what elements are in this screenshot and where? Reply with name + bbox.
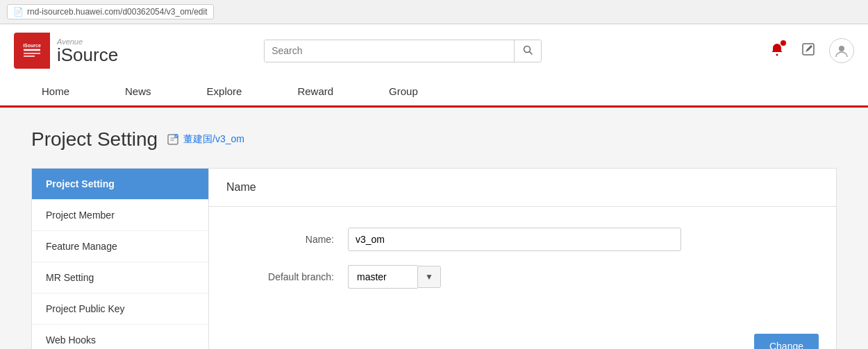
change-button[interactable]: Change [754, 334, 819, 349]
brand-name: iSource [57, 46, 118, 64]
name-form-row: Name: [237, 228, 808, 251]
logo-icon: iSource [19, 37, 44, 64]
header: iSource Avenue iSource [0, 24, 868, 108]
nav-bar: Home News Explore Reward Group [14, 77, 854, 105]
url-base: rnd-isourceb.huawei.com [27, 7, 120, 17]
branch-form-row: Default branch: ▼ [237, 265, 808, 289]
logo-text-area: Avenue iSource [50, 34, 125, 67]
svg-point-7 [776, 53, 778, 56]
url-path: /d00362054/v3_om/edit [120, 7, 207, 17]
nav-item-group[interactable]: Group [361, 77, 446, 105]
page-title-area: Project Setting 董建国/v3_om [31, 128, 837, 151]
sidebar-item-project-public-key[interactable]: Project Public Key [32, 293, 208, 325]
sidebar-item-mr-setting[interactable]: MR Setting [32, 262, 208, 293]
sidebar-item-feature-manage[interactable]: Feature Manage [32, 231, 208, 262]
notification-button[interactable] [767, 39, 787, 63]
sidebar-item-project-setting[interactable]: Project Setting [32, 169, 208, 200]
sidebar-item-web-hooks[interactable]: Web Hooks [32, 325, 208, 349]
branch-dropdown-button[interactable]: ▼ [417, 266, 441, 288]
nav-item-reward[interactable]: Reward [269, 77, 361, 105]
branch-label: Default branch: [237, 271, 334, 282]
edit-button[interactable] [798, 39, 819, 63]
content-layout: Project Setting Project Member Feature M… [31, 168, 837, 349]
sidebar: Project Setting Project Member Feature M… [32, 169, 209, 349]
name-input[interactable] [348, 228, 681, 251]
svg-text:iSource: iSource [23, 43, 41, 48]
nav-item-explore[interactable]: Explore [179, 77, 270, 105]
header-icons [767, 38, 854, 63]
url-bar: 📄 rnd-isourceb.huawei.com/d00362054/v3_o… [7, 4, 214, 19]
page-title: Project Setting [31, 128, 158, 151]
search-input[interactable] [265, 40, 514, 62]
content-area: Name Name: Default branch: ▼ [209, 169, 836, 349]
nav-item-news[interactable]: News [97, 77, 179, 105]
logo-box: iSource [14, 33, 50, 69]
header-top: iSource Avenue iSource [14, 24, 854, 77]
search-button[interactable] [514, 40, 541, 62]
sidebar-item-project-member[interactable]: Project Member [32, 200, 208, 231]
form-area: Name: Default branch: ▼ [209, 207, 836, 323]
main-content: Project Setting 董建国/v3_om Project Settin… [17, 108, 851, 349]
notification-badge [781, 40, 786, 46]
user-avatar-button[interactable] [829, 38, 854, 63]
project-link-area: 董建国/v3_om [166, 133, 244, 146]
section-header: Name [209, 169, 836, 207]
nav-item-home[interactable]: Home [14, 77, 97, 105]
svg-line-6 [530, 51, 533, 54]
name-label: Name: [237, 234, 334, 245]
svg-point-9 [839, 46, 844, 51]
logo-area: iSource Avenue iSource [14, 33, 125, 69]
search-area [264, 40, 542, 62]
project-link[interactable]: 董建国/v3_om [183, 133, 244, 146]
branch-input[interactable] [348, 265, 417, 289]
form-actions: Change [209, 323, 836, 349]
branch-select-wrap: ▼ [348, 265, 441, 289]
url-text: rnd-isourceb.huawei.com/d00362054/v3_om/… [27, 7, 208, 17]
search-wrap [264, 40, 542, 62]
project-icon [166, 133, 180, 146]
browser-bar: 📄 rnd-isourceb.huawei.com/d00362054/v3_o… [0, 0, 868, 24]
